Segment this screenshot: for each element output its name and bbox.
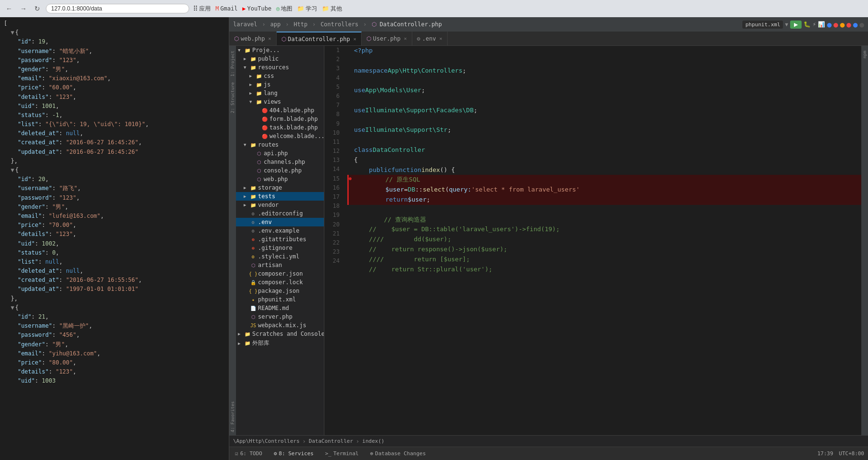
chrome-icon[interactable]: ● <box>827 20 832 29</box>
code-line-1: <?php <box>347 46 861 56</box>
db-changes-icon: ⊕ <box>370 450 374 457</box>
tree-item-env[interactable]: ▶ ⚙ .env <box>236 218 324 226</box>
bookmark-gmail[interactable]: M Gmail <box>215 5 237 12</box>
tree-item-views[interactable]: ▼ 📁 views <box>236 97 324 106</box>
tree-item-gitattributes[interactable]: ▶ ⊛ .gitattributes <box>236 235 324 244</box>
tree-item-storage[interactable]: ▶ 📁 storage <box>236 183 324 192</box>
tree-item-project[interactable]: ▼ 📁 Proje... <box>236 46 324 54</box>
tree-item-webpack[interactable]: ▶ JS webpack.mix.js <box>236 321 324 330</box>
tree-item-package-json[interactable]: ▶ { } package.json <box>236 287 324 295</box>
debug-button[interactable]: 🐛 <box>804 21 811 28</box>
side-tab-structure[interactable]: 2: Structure <box>229 79 236 116</box>
other-browser-icon[interactable]: ● <box>859 20 864 29</box>
ide-bottom-bar: ☑ 6: TODO ⚙ 8: Services >_ Terminal ⊕ Da… <box>229 447 868 460</box>
dropdown-arrow[interactable]: ▼ <box>785 21 788 28</box>
safari-icon[interactable]: ● <box>840 20 845 29</box>
bc-method[interactable]: index() <box>362 438 384 444</box>
tree-item-form-blade[interactable]: ▶ 🔴 form.blade.php <box>236 115 324 123</box>
bookmark-youtube[interactable]: ▶ YouTube <box>242 5 271 12</box>
project-folder-icon: 📁 <box>244 47 251 53</box>
bottom-tab-terminal[interactable]: >_ Terminal <box>323 450 360 457</box>
tree-item-404-blade[interactable]: ▶ 🔴 404.blade.php <box>236 106 324 115</box>
tab-datacontroller[interactable]: ⬡ DataController.php ✕ <box>277 32 362 45</box>
tab-web-php[interactable]: ⬡ web.php ✕ <box>229 32 277 45</box>
code-line-10 <box>347 135 861 145</box>
tab-env[interactable]: ⚙ .env ✕ <box>412 32 448 45</box>
bottom-tab-todo[interactable]: ☑ 6: TODO <box>233 450 264 457</box>
back-button[interactable]: ← <box>4 4 14 13</box>
code-line-18: // 查询构造器 <box>347 215 861 225</box>
tree-item-vendor[interactable]: ▶ 📁 vendor <box>236 201 324 209</box>
breadcrumb-http[interactable]: Http <box>294 21 308 28</box>
file-tree[interactable]: ▼ 📁 Proje... ▶ 📁 public ▼ 📁 resources ▶ … <box>236 46 324 435</box>
tree-item-js-folder[interactable]: ▶ 📁 js <box>236 80 324 89</box>
tree-item-scratches[interactable]: ▶ 📁 Scratches and Consoles <box>236 330 324 338</box>
side-tab-npm[interactable]: npm <box>861 48 868 61</box>
coverage-button[interactable]: ⚡ <box>813 21 816 28</box>
reload-button[interactable]: ↻ <box>32 4 42 13</box>
code-line-6 <box>347 96 861 106</box>
views-folder-icon: 📁 <box>256 98 262 105</box>
js-folder-icon: 📁 <box>256 81 262 88</box>
address-input[interactable] <box>46 4 189 13</box>
breadcrumb-file[interactable]: ⬡ DataController.php <box>372 21 442 28</box>
collapse-arrow-2[interactable]: ▼ <box>11 167 14 173</box>
tree-item-server-php[interactable]: ▶ ⬡ server.php <box>236 312 324 321</box>
tree-item-api-php[interactable]: ▶ ⬡ api.php <box>236 149 324 158</box>
collapse-arrow-3[interactable]: ▼ <box>11 304 14 311</box>
tree-item-artisan[interactable]: ▶ ⬡ artisan <box>236 261 324 269</box>
close-tab-datacontroller[interactable]: ✕ <box>354 36 356 42</box>
breadcrumb-laravel[interactable]: laravel <box>233 21 257 28</box>
tree-item-routes[interactable]: ▼ 📁 routes <box>236 140 324 149</box>
side-tab-project[interactable]: 1: Project <box>229 48 236 79</box>
tree-item-task-blade[interactable]: ▶ 🔴 task.blade.php <box>236 123 324 132</box>
code-line-15: $user = DB::select( query: 'select * fro… <box>347 185 861 195</box>
tree-item-css[interactable]: ▶ 📁 css <box>236 72 324 80</box>
edge-icon[interactable]: ● <box>853 20 858 29</box>
terminal-icon: >_ <box>325 450 331 457</box>
breadcrumb-controllers[interactable]: Controllers <box>321 21 358 28</box>
tree-item-console-php[interactable]: ▶ ⬡ console.php <box>236 166 324 175</box>
tree-item-readme[interactable]: ▶ 📄 README.md <box>236 304 324 312</box>
profiler-button[interactable]: 📊 <box>818 21 825 28</box>
close-tab-web[interactable]: ✕ <box>268 36 271 41</box>
tree-item-composer-json[interactable]: ▶ { } composer.json <box>236 269 324 278</box>
firefox-icon[interactable]: ● <box>834 20 838 29</box>
run-button[interactable]: ▶ <box>790 21 802 29</box>
tree-item-styleci[interactable]: ▶ ⚙ .styleci.yml <box>236 252 324 261</box>
bc-namespace[interactable]: \App\Http\Controllers <box>233 438 300 444</box>
code-content[interactable]: <?php namespace App\Http\Controllers; us… <box>343 46 861 435</box>
tree-item-external-libs[interactable]: ▶ 📁 外部库 <box>236 338 324 348</box>
tree-item-gitignore[interactable]: ▶ ⊛ .gitignore <box>236 244 324 252</box>
opera-icon[interactable]: ● <box>847 20 851 29</box>
bc-class[interactable]: DataController <box>309 438 353 444</box>
forward-button[interactable]: → <box>18 4 29 13</box>
bottom-tab-db-changes[interactable]: ⊕ Database Changes <box>368 450 428 457</box>
close-tab-env[interactable]: ✕ <box>439 36 442 41</box>
bookmark-apps[interactable]: ⠿ 应用 <box>193 5 211 13</box>
tree-item-phpunit-xml[interactable]: ▶ ✦ phpunit.xml <box>236 295 324 304</box>
code-line-22: //// return [$user]; <box>347 255 861 265</box>
breadcrumb-app[interactable]: app <box>270 21 281 28</box>
tree-item-editorconfig[interactable]: ▶ ⚙ .editorconfig <box>236 209 324 218</box>
json-panel[interactable]: [ ▼{ "id": 19, "username": "蜡笔小新", "pass… <box>0 17 229 460</box>
tree-item-web-php[interactable]: ▶ ⬡ web.php <box>236 175 324 183</box>
bookmark-maps[interactable]: ◎ 地图 <box>276 5 292 13</box>
php-icon-api: ⬡ <box>256 150 262 157</box>
config-dropdown[interactable]: phpunit.xml <box>742 21 783 29</box>
tree-item-lang[interactable]: ▶ 📁 lang <box>236 89 324 97</box>
close-tab-user[interactable]: ✕ <box>404 36 407 41</box>
bookmark-other[interactable]: 📁 其他 <box>322 5 342 13</box>
tree-item-channels-php[interactable]: ▶ ⬡ channels.php <box>236 158 324 166</box>
tree-item-composer-lock[interactable]: ▶ 🔒 composer.lock <box>236 278 324 287</box>
tab-user-php[interactable]: ⬡ User.php ✕ <box>362 32 412 45</box>
tree-item-env-example[interactable]: ▶ ⚙ .env.example <box>236 226 324 235</box>
tree-item-public[interactable]: ▶ 📁 public <box>236 54 324 63</box>
side-tab-favorites[interactable]: 4: Favorites <box>229 398 236 435</box>
collapse-arrow-1[interactable]: ▼ <box>11 29 14 36</box>
tree-item-welcome-blade[interactable]: ▶ 🔴 welcome.blade... <box>236 132 324 140</box>
bookmark-study[interactable]: 📁 学习 <box>297 5 317 13</box>
tree-item-tests[interactable]: ▶ 📁 tests <box>236 192 324 201</box>
tree-item-resources[interactable]: ▼ 📁 resources <box>236 63 324 72</box>
bottom-tab-services[interactable]: ⚙ 8: Services <box>272 450 315 457</box>
